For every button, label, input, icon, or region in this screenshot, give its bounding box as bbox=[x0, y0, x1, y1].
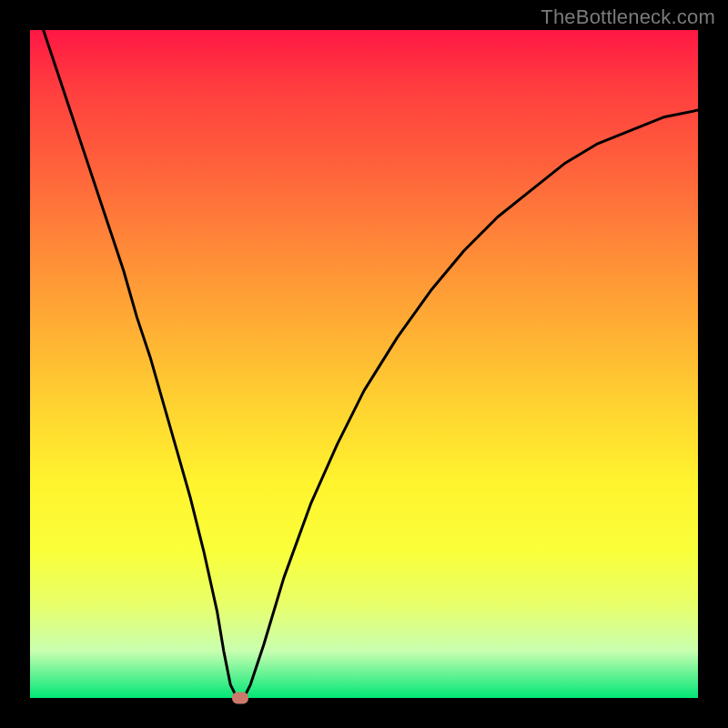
attribution-text: TheBottleneck.com bbox=[541, 5, 715, 29]
valley-marker bbox=[232, 693, 248, 704]
chart-frame: TheBottleneck.com bbox=[0, 0, 728, 728]
bottleneck-curve bbox=[30, 30, 698, 698]
plot-area bbox=[30, 30, 698, 698]
